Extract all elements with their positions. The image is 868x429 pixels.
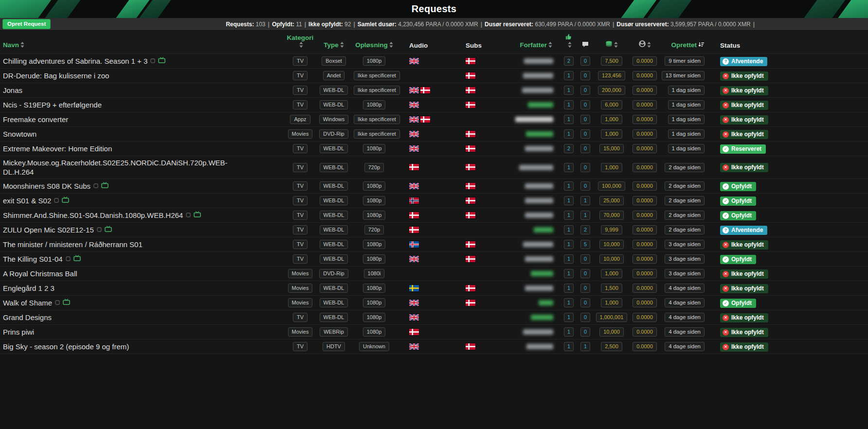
author-name-blurred[interactable] (525, 256, 553, 262)
author-name-blurred[interactable] (534, 227, 553, 232)
request-name-link[interactable]: Prins piwi (3, 327, 34, 337)
author-name-blurred[interactable] (525, 198, 553, 203)
col-header-votes[interactable] (560, 31, 578, 54)
author-name-blurred[interactable] (515, 117, 553, 122)
request-name-link[interactable]: The Killing S01-04 (3, 254, 63, 264)
flag-gb-icon (409, 87, 419, 93)
created-time: 1 dag siden (668, 115, 705, 124)
request-name-link[interactable]: ZULU Open Mic S02E12-15 (3, 225, 94, 234)
col-header-bounty[interactable] (593, 31, 630, 54)
author-name-blurred[interactable] (525, 183, 553, 189)
created-time: 4 dage siden (665, 298, 705, 307)
bounty-amount: 25,000 (599, 196, 624, 205)
tv-icon[interactable] (62, 196, 69, 204)
stat-separator: | (753, 21, 755, 28)
request-name-link[interactable]: Englegård 1 2 3 (3, 284, 54, 293)
author-name-blurred[interactable] (528, 102, 553, 107)
request-name-link[interactable]: Snowtown (3, 129, 36, 139)
author-name-blurred[interactable] (531, 315, 553, 320)
request-name-link[interactable]: Chilling adventures of Sabrina. Season 1… (3, 56, 147, 66)
request-row: DR-Derude: Bag kulisserne i zoo TV Andet… (0, 68, 868, 83)
xmr-amount: 0.0000 (633, 163, 657, 172)
create-request-button[interactable]: Opret Request (2, 19, 51, 29)
request-name-link[interactable]: Jonas (3, 86, 22, 95)
author-name-blurred[interactable] (519, 165, 553, 170)
bounty-amount: 200,000 (598, 86, 625, 95)
author-name-blurred[interactable] (523, 329, 553, 335)
link-icon[interactable] (97, 225, 102, 233)
subs-flags (466, 58, 505, 64)
author-name-blurred[interactable] (531, 271, 553, 276)
subs-flags (466, 102, 505, 108)
link-icon[interactable] (55, 298, 60, 306)
author-name-blurred[interactable] (524, 58, 553, 64)
author-name-blurred[interactable] (539, 300, 553, 305)
author-name-blurred[interactable] (523, 73, 553, 78)
bounty-amount: 1,000 (601, 163, 622, 172)
col-header-type[interactable]: Type (316, 31, 352, 54)
col-header-oplosning[interactable]: Opløsning (352, 31, 397, 54)
bounty-amount: 1,000 (601, 269, 622, 278)
author-name-blurred[interactable] (523, 242, 553, 247)
author-name-blurred[interactable] (526, 344, 553, 349)
subs-flags (466, 241, 505, 248)
resolution-chip: Ikke specificeret (354, 115, 400, 124)
request-name-link[interactable]: Walk of Shame (3, 298, 52, 307)
stat-item: Dusør ureserveret: 3,599,957 PARA / 0.00… (616, 21, 750, 28)
author-name-blurred[interactable] (525, 286, 553, 291)
created-time: 2 dage siden (665, 211, 705, 220)
col-header-oprettet[interactable]: Oprettet (659, 31, 712, 54)
author-name-blurred[interactable] (526, 131, 553, 137)
request-name-link[interactable]: Ncis - S19EP9 + efterfølgende (3, 100, 102, 109)
col-header-forfatter[interactable]: Forfatter (506, 31, 560, 54)
tv-icon[interactable] (73, 254, 81, 263)
col-header-kategori[interactable]: Kategori (285, 31, 316, 54)
link-icon[interactable] (93, 181, 98, 190)
request-name-link[interactable]: Extreme Makeover: Home Edition (3, 144, 112, 153)
link-icon[interactable] (54, 196, 59, 204)
type-chip: WEB-DL (320, 144, 348, 153)
link-icon[interactable] (150, 56, 155, 65)
votes-count: 1 (564, 298, 574, 307)
col-header-xmr[interactable] (630, 31, 659, 54)
request-name-link[interactable]: Freemake converter (3, 115, 68, 124)
col-header-navn[interactable]: Navn (0, 31, 285, 54)
stat-separator: | (305, 21, 306, 28)
comments-count: 0 (580, 129, 590, 139)
category-chip: TV (293, 163, 307, 172)
created-time: 2 dage siden (665, 225, 705, 234)
link-icon[interactable] (186, 211, 191, 219)
status-badge: ✓Opfyldt (720, 197, 756, 206)
flag-dk-icon (409, 329, 419, 335)
flag-dk-icon (466, 197, 475, 204)
tv-icon[interactable] (158, 56, 165, 65)
author-name-blurred[interactable] (525, 146, 553, 151)
tv-icon[interactable] (101, 181, 108, 190)
author-name-blurred[interactable] (525, 213, 553, 218)
col-label-type: Type (324, 41, 339, 49)
category-chip: Movies (288, 129, 313, 139)
request-name-link[interactable]: DR-Derude: Bag kulisserne i zoo (3, 71, 109, 80)
tv-icon[interactable] (194, 211, 201, 219)
resolution-chip: 1080p (363, 298, 386, 307)
coins-icon (605, 41, 613, 49)
request-name-link[interactable]: A Royal Christmas Ball (3, 269, 77, 278)
request-name-link[interactable]: The minister / ministeren / Ráðherrann S… (3, 240, 143, 249)
tv-icon[interactable] (63, 298, 70, 306)
request-name-link[interactable]: Shimmer.And.Shine.S01-S04.Danish.1080p.W… (3, 211, 183, 220)
request-name-link[interactable]: Big Sky - season 2 (episode 9 og frem) (3, 342, 129, 351)
author-name-blurred[interactable] (522, 88, 553, 93)
votes-count: 1 (564, 240, 574, 249)
tv-icon[interactable] (105, 225, 112, 233)
request-name-link[interactable]: exit S01 & S02 (3, 196, 51, 205)
bounty-amount: 2,500 (601, 342, 622, 351)
request-name-link[interactable]: Grand Designs (3, 313, 52, 322)
stat-separator: | (613, 21, 614, 28)
request-row: Prins piwi Movies WEBRip 1080p 1 0 10,00… (0, 324, 868, 339)
request-name-link[interactable]: Moonshiners S08 DK Subs (3, 181, 90, 191)
status-icon: ✕ (723, 315, 729, 321)
resolution-chip: 1080p (363, 284, 386, 293)
request-name-link[interactable]: Mickey.Mouse.og.Racerholdet.S02E25.NORDi… (3, 158, 256, 177)
link-icon[interactable] (66, 254, 71, 263)
flag-gb-icon (409, 343, 419, 350)
